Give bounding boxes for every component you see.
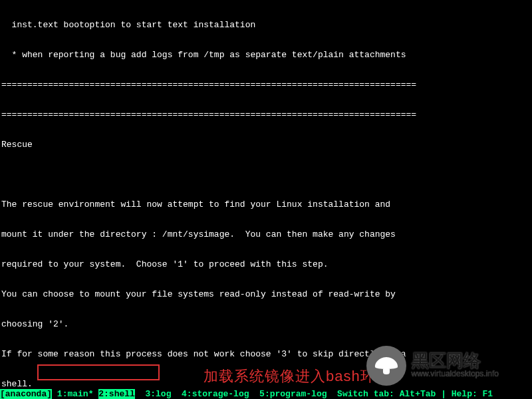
rescue-text: The rescue environment will now attempt …	[1, 200, 531, 209]
hint-line: inst.text bootoption to start text insta…	[1, 20, 531, 30]
status-tab-main[interactable]: 1:main*	[57, 389, 94, 399]
status-right: 3:log 4:storage-log 5:program-log Switch…	[135, 389, 493, 399]
section-title: Rescue	[1, 140, 531, 150]
hint-line: * when reporting a bug add logs from /tm…	[1, 50, 531, 60]
rescue-text: If for some reason this process does not…	[1, 349, 531, 359]
rescue-text: mount it under the directory : /mnt/sysi…	[1, 229, 531, 239]
divider: ========================================…	[1, 110, 531, 120]
annotation-label: 加载系统镜像进入bash环境	[203, 371, 391, 381]
rescue-text: choosing '2'.	[1, 319, 531, 329]
tmux-status-bar: [anaconda] 1:main* 2:shell 3:log 4:stora…	[0, 389, 532, 399]
rescue-text: required to your system. Choose '1' to p…	[1, 259, 531, 269]
blank	[1, 170, 531, 180]
rescue-text: You can choose to mount your file system…	[1, 289, 531, 299]
status-tab-shell[interactable]: 2:shell	[98, 389, 135, 399]
status-app: [anaconda]	[0, 389, 52, 399]
divider: ========================================…	[1, 80, 531, 90]
terminal-screen[interactable]: inst.text bootoption to start text insta…	[0, 0, 532, 399]
